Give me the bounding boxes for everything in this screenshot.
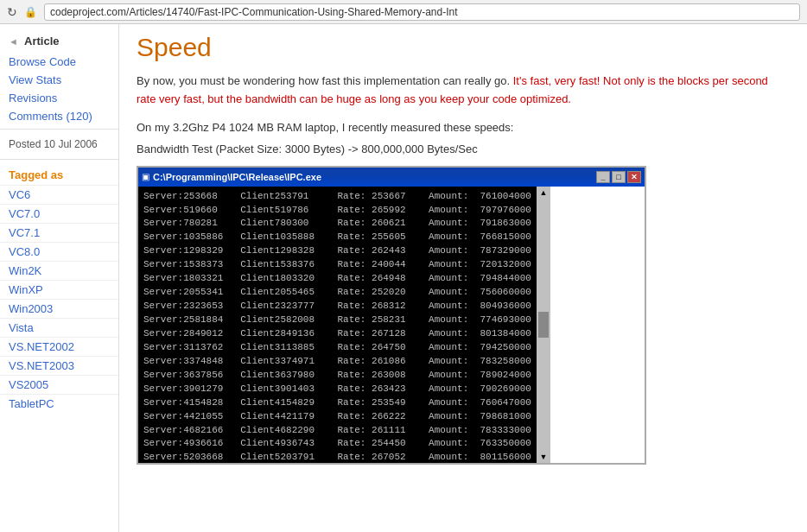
intro-paragraph: By now, you must be wondering how fast t…: [137, 73, 790, 109]
terminal-line: Server:3637856 Client3637980 Rate: 26300…: [143, 369, 531, 383]
sidebar-tag-vc6[interactable]: VC6: [0, 185, 118, 204]
terminal-line: Server:1035886 Client1035888 Rate: 25560…: [143, 231, 531, 244]
sidebar-tag-vc70[interactable]: VC7.0: [0, 204, 118, 223]
url-bar[interactable]: [44, 3, 800, 21]
main-layout: ◄ Article Browse Code View Stats Revisio…: [0, 24, 807, 532]
terminal-line: Server:3901279 Client3901403 Rate: 26342…: [143, 383, 531, 396]
terminal-line: Server:1298329 Client1298328 Rate: 26244…: [143, 244, 531, 258]
sidebar-tag-vc71[interactable]: VC7.1: [0, 223, 118, 242]
sidebar-tag-vsnet2002[interactable]: VS.NET2002: [0, 337, 118, 356]
sidebar-link-revisions[interactable]: Revisions: [0, 89, 118, 107]
terminal-line: Server:780281 Client780300 Rate: 260621 …: [143, 217, 531, 231]
highlight-text: It's fast, very fast! Not only is the bl…: [137, 74, 768, 105]
sidebar-tag-win2003[interactable]: Win2003: [0, 299, 118, 318]
terminal-line: Server:4682166 Client4682290 Rate: 26111…: [143, 424, 531, 438]
reload-icon[interactable]: ↻: [7, 5, 17, 19]
terminal-line: Server:253668 Client253791 Rate: 253667 …: [143, 190, 531, 204]
lock-icon: 🔒: [24, 6, 37, 18]
content-area: Speed By now, you must be wondering how …: [119, 24, 807, 532]
terminal-cmd-icon: ▣: [142, 172, 149, 181]
sidebar-link-browse-code[interactable]: Browse Code: [0, 53, 118, 71]
sidebar-tag-winxp[interactable]: WinXP: [0, 280, 118, 299]
sidebar-tag-tabletpc[interactable]: TabletPC: [0, 394, 118, 413]
terminal-scrollbar[interactable]: ▲ ▼: [537, 187, 550, 463]
sidebar-arrow: ◄: [9, 36, 18, 47]
sidebar-tag-vs2005[interactable]: VS2005: [0, 375, 118, 394]
terminal-line: Server:4936616 Client4936743 Rate: 25445…: [143, 437, 531, 451]
terminal-line: Server:2581884 Client2582008 Rate: 25823…: [143, 314, 531, 327]
terminal-line: Server:3374848 Client3374971 Rate: 26108…: [143, 355, 531, 369]
terminal-line: Server:1803321 Client1803320 Rate: 26494…: [143, 272, 531, 286]
terminal-body: Server:253668 Client253791 Rate: 253667 …: [138, 187, 537, 463]
sidebar-posted: Posted 10 Jul 2006: [0, 133, 118, 155]
sidebar-tag-win2k[interactable]: Win2K: [0, 261, 118, 280]
browser-top-bar: ↻ 🔒: [0, 0, 807, 24]
terminal-scrollbar-thumb[interactable]: [538, 312, 549, 338]
terminal-line: Server:3113762 Client3113885 Rate: 26475…: [143, 341, 531, 355]
sidebar-tag-vc80[interactable]: VC8.0: [0, 242, 118, 261]
sidebar-link-comments[interactable]: Comments (120): [0, 107, 118, 125]
terminal-window-buttons: _ □ ✕: [596, 171, 641, 183]
terminal-scrollbar-up[interactable]: ▲: [539, 188, 547, 197]
terminal-window: ▣ C:\Programming\IPC\Release\IPC.exe _ □…: [137, 166, 646, 465]
terminal-scrollbar-down[interactable]: ▼: [539, 453, 547, 461]
sidebar-tagged-label: Tagged as: [0, 163, 118, 185]
terminal-line: Server:2055341 Client2055465 Rate: 25202…: [143, 286, 531, 300]
terminal-line: Server:2849012 Client2849136 Rate: 26712…: [143, 327, 531, 341]
terminal-line: Server:5203668 Client5203791 Rate: 26705…: [143, 451, 531, 462]
terminal-line: Server:4421055 Client4421179 Rate: 26622…: [143, 410, 531, 424]
terminal-line: Server:519660 Client519786 Rate: 265992 …: [143, 204, 531, 218]
terminal-titlebar-left: ▣ C:\Programming\IPC\Release\IPC.exe: [142, 172, 321, 182]
sidebar-link-view-stats[interactable]: View Stats: [0, 71, 118, 89]
terminal-minimize-button[interactable]: _: [596, 171, 610, 183]
terminal-line: Server:4154828 Client4154829 Rate: 25354…: [143, 396, 531, 410]
page-title: Speed: [137, 33, 790, 62]
terminal-line: Server:1538373 Client1538376 Rate: 24004…: [143, 258, 531, 272]
terminal-close-button[interactable]: ✕: [627, 171, 641, 183]
sidebar-divider-2: [0, 159, 118, 160]
speed-label: On my 3.2Ghz P4 1024 MB RAM laptop, I re…: [137, 121, 790, 134]
bandwidth-line: Bandwidth Test (Packet Size: 3000 Bytes)…: [137, 142, 790, 155]
terminal-title: C:\Programming\IPC\Release\IPC.exe: [153, 172, 321, 182]
sidebar-section-title: ◄ Article: [0, 31, 118, 53]
sidebar-divider-1: [0, 129, 118, 130]
sidebar: ◄ Article Browse Code View Stats Revisio…: [0, 24, 119, 532]
terminal-line: Server:2323653 Client2323777 Rate: 26831…: [143, 300, 531, 314]
sidebar-tag-vsnet2003[interactable]: VS.NET2003: [0, 356, 118, 375]
terminal-titlebar: ▣ C:\Programming\IPC\Release\IPC.exe _ □…: [138, 168, 645, 187]
terminal-content-area: Server:253668 Client253791 Rate: 253667 …: [138, 187, 645, 463]
sidebar-tag-vista[interactable]: Vista: [0, 318, 118, 337]
terminal-restore-button[interactable]: □: [612, 171, 626, 183]
